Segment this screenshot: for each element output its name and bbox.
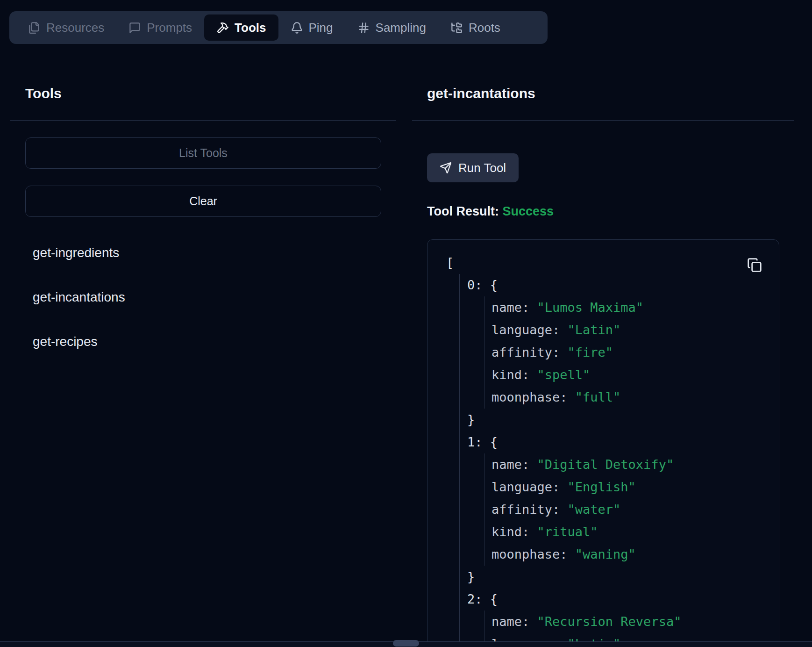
json-key: affinity: <box>491 502 568 517</box>
json-entry-open: 0: { <box>467 274 760 296</box>
tool-list-item[interactable]: get-ingredients <box>25 245 381 261</box>
horizontal-splitter <box>0 641 812 647</box>
json-field: moonphase: "full" <box>491 386 760 409</box>
json-entry-open: 2: { <box>467 588 760 611</box>
tool-list-item[interactable]: get-incantations <box>25 289 381 305</box>
json-field: moonphase: "waning" <box>491 543 760 566</box>
json-value: "ritual" <box>537 525 598 539</box>
divider <box>10 120 396 121</box>
main-content: Tools List Tools Clear get-ingredients g… <box>0 44 812 647</box>
top-tab-bar: Resources Prompts Tools Ping <box>9 11 548 44</box>
json-brace: } <box>467 569 475 584</box>
copy-result-button[interactable] <box>747 257 763 273</box>
json-entry-fields: name: "Lumos Maxima"language: "Latin"aff… <box>484 296 760 409</box>
tab-resources[interactable]: Resources <box>16 14 116 41</box>
splitter-handle[interactable] <box>393 640 419 647</box>
tab-tools[interactable]: Tools <box>204 14 278 41</box>
json-brace: } <box>467 412 475 427</box>
tool-result-label: Tool Result: <box>427 204 499 218</box>
json-value: "Digital Detoxify" <box>537 457 674 472</box>
tool-detail-panel: get-incantations Run Tool Tool Result: S… <box>412 44 794 647</box>
json-value: "fire" <box>568 345 613 359</box>
hammer-icon <box>216 22 229 34</box>
json-key: kind: <box>491 525 537 539</box>
list-tools-button[interactable]: List Tools <box>25 137 381 169</box>
json-field: affinity: "water" <box>491 498 760 521</box>
json-field: name: "Digital Detoxify" <box>491 453 760 476</box>
json-key: language: <box>491 323 568 337</box>
tab-label: Prompts <box>147 21 192 35</box>
json-entry-close: } <box>467 566 760 588</box>
json-field: affinity: "fire" <box>491 341 760 364</box>
json-value: "full" <box>575 390 621 404</box>
json-entry-close: } <box>467 409 760 431</box>
tool-list-item[interactable]: get-recipes <box>25 334 381 350</box>
json-key: affinity: <box>491 345 568 359</box>
json-index: 0: <box>467 278 490 292</box>
selected-tool-title: get-incantations <box>427 86 779 101</box>
json-index: 1: <box>467 435 490 449</box>
tab-sampling[interactable]: Sampling <box>345 14 438 41</box>
json-index: 2: <box>467 592 490 606</box>
json-value: "Latin" <box>568 323 621 337</box>
json-value: "Lumos Maxima" <box>537 300 644 315</box>
json-value: "Recursion Reversa" <box>537 614 682 629</box>
json-field: language: "English" <box>491 476 760 498</box>
json-key: kind: <box>491 367 537 382</box>
json-brace: { <box>490 278 498 292</box>
tool-list: get-ingredients get-incantations get-rec… <box>25 245 381 350</box>
tab-label: Tools <box>235 21 266 35</box>
json-field: kind: "ritual" <box>491 521 760 543</box>
json-key: moonphase: <box>491 390 575 404</box>
tool-result-line: Tool Result: Success <box>427 204 779 218</box>
json-entry-fields: name: "Digital Detoxify"language: "Engli… <box>484 453 760 566</box>
json-key: moonphase: <box>491 547 575 561</box>
json-value: "English" <box>568 480 636 494</box>
json-field: name: "Lumos Maxima" <box>491 296 760 319</box>
hash-icon <box>357 22 370 34</box>
json-key: name: <box>491 300 537 315</box>
tools-panel-title: Tools <box>25 86 381 101</box>
message-square-icon <box>128 22 141 34</box>
tools-panel: Tools List Tools Clear get-ingredients g… <box>10 44 396 378</box>
json-bracket: [ <box>446 255 454 270</box>
bell-icon <box>291 22 303 34</box>
json-brace: { <box>490 592 498 606</box>
json-value: "spell" <box>537 367 591 382</box>
folder-tree-icon <box>450 22 463 34</box>
json-key: language: <box>491 480 568 494</box>
json-key: name: <box>491 457 537 472</box>
tool-result-status: Success <box>503 204 554 218</box>
tab-ping[interactable]: Ping <box>278 14 345 41</box>
json-key: name: <box>491 614 537 629</box>
json-root-bracket: [ <box>446 252 760 274</box>
tool-result-box: [0: {name: "Lumos Maxima"language: "Lati… <box>427 239 779 647</box>
send-icon <box>440 162 452 174</box>
copy-icon <box>747 258 763 273</box>
files-icon <box>28 22 41 34</box>
json-tree: [0: {name: "Lumos Maxima"language: "Lati… <box>446 252 760 647</box>
tab-roots[interactable]: Roots <box>438 14 513 41</box>
run-tool-button[interactable]: Run Tool <box>427 153 519 182</box>
tab-prompts[interactable]: Prompts <box>116 14 204 41</box>
json-field: kind: "spell" <box>491 364 760 386</box>
json-root-children: 0: {name: "Lumos Maxima"language: "Latin… <box>459 274 760 647</box>
json-brace: { <box>490 435 498 449</box>
json-entry-open: 1: { <box>467 431 760 453</box>
tab-label: Roots <box>469 21 500 35</box>
json-value: "waning" <box>575 547 636 561</box>
run-tool-label: Run Tool <box>458 161 506 175</box>
json-field: name: "Recursion Reversa" <box>491 611 760 633</box>
tab-label: Sampling <box>376 21 426 35</box>
clear-button[interactable]: Clear <box>25 186 381 217</box>
json-value: "water" <box>568 502 621 517</box>
tab-label: Resources <box>46 21 104 35</box>
tab-label: Ping <box>309 21 333 35</box>
json-field: language: "Latin" <box>491 319 760 341</box>
